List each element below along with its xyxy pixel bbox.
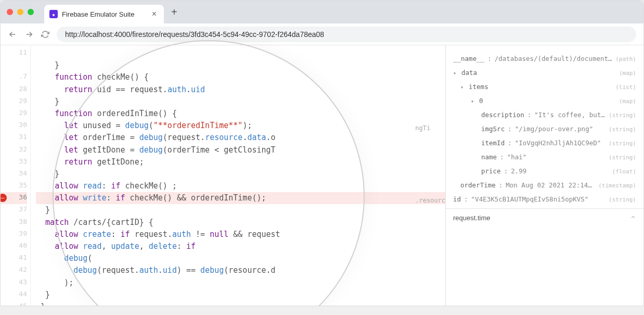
inspector-key: data — [461, 69, 477, 77]
inspector-type-label: (map) — [619, 70, 636, 77]
code-line[interactable]: ); — [36, 277, 445, 289]
inspector-footer-label: request.time — [453, 214, 491, 222]
inspector-row[interactable]: ▾data(map) — [453, 66, 636, 80]
code-overflow-hint: ngTi .resourc — [415, 123, 445, 205]
inspector-row: name: "hai"(string) — [453, 150, 636, 164]
line-number — [1, 59, 27, 71]
code-line[interactable]: allow write: if checkMe() && orderedInTi… — [36, 192, 445, 204]
line-number: 45 — [1, 301, 27, 306]
line-number: 40 — [1, 241, 27, 253]
inspector-value: Mon Aug 02 2021 22:14:46 GM… — [506, 181, 595, 189]
code-line[interactable]: let orderTime = debug(request.resource.d… — [36, 132, 445, 144]
line-number: 42 — [1, 264, 27, 276]
code-line[interactable]: let unused = debug("**orderedInTime**"); — [36, 120, 445, 132]
line-number: 41 — [1, 253, 27, 264]
line-number: 34 — [1, 168, 27, 180]
inspector-key: __name__ — [453, 55, 484, 62]
line-gutter: 11.728292930313233343536–373839404142434… — [1, 45, 31, 306]
caret-down-icon[interactable]: ▾ — [471, 98, 474, 104]
inspector-type-label: (map) — [619, 98, 636, 105]
chevron-up-icon[interactable] — [630, 214, 636, 222]
forward-icon[interactable] — [24, 30, 34, 39]
inspector-row: itemId: "IoVgqH2nhJljAh1QC9eD"(string) — [453, 136, 636, 150]
browser-toolbar: http://localhost:4000/firestore/requests… — [1, 23, 643, 45]
inspector-row[interactable]: ▾items(list) — [453, 80, 636, 94]
url-bar[interactable]: http://localhost:4000/firestore/requests… — [57, 27, 636, 42]
inspector-key: orderTime — [460, 181, 496, 189]
inspector-key: items — [469, 83, 488, 91]
window-controls — [7, 9, 34, 15]
line-number: 43 — [1, 277, 27, 289]
inspector-row: price: 2.99(float) — [453, 164, 636, 178]
code-line[interactable]: } — [36, 96, 445, 108]
inspector-value: 2.99 — [511, 167, 609, 175]
code-line[interactable]: debug( — [36, 253, 445, 264]
line-number: 31 — [1, 132, 27, 144]
inspector-row[interactable]: ▾0(map) — [453, 94, 636, 108]
code-line[interactable] — [36, 47, 445, 59]
reload-icon[interactable] — [41, 30, 49, 39]
browser-window: ⬥ Firebase Emulator Suite × + http://loc… — [0, 0, 644, 306]
code-line[interactable]: return getItDone; — [36, 156, 445, 168]
inspector-type-label: (list) — [615, 84, 636, 91]
caret-down-icon[interactable]: ▾ — [460, 84, 463, 90]
code-line[interactable]: } — [36, 168, 445, 180]
close-window-icon[interactable] — [7, 9, 13, 15]
firebase-favicon-icon: ⬥ — [49, 10, 58, 18]
inspector-value: "V4E3K5cB1AUTMpqEIvS8ni5opKVS" — [471, 195, 606, 203]
inspector-key: imgSrc — [481, 125, 505, 133]
line-number: 33 — [1, 156, 27, 168]
tab-title: Firebase Emulator Suite — [62, 10, 134, 18]
code-line[interactable]: allow read: if checkMe() ; — [36, 180, 445, 192]
line-number: 29 — [1, 108, 27, 120]
line-number: 44 — [1, 289, 27, 301]
line-number: 36– — [1, 192, 27, 204]
code-line[interactable]: function orderedInTime() { — [36, 108, 445, 120]
inspector-value: "hai" — [507, 153, 606, 161]
inspector-type-label: (path) — [615, 56, 636, 62]
minimize-window-icon[interactable] — [17, 9, 23, 15]
code-line[interactable]: } — [36, 204, 445, 216]
maximize-window-icon[interactable] — [28, 9, 34, 15]
inspector-body: __name__: /databases/(default)/documents… — [446, 45, 643, 208]
error-marker-icon[interactable]: – — [1, 194, 7, 202]
line-number: .7 — [1, 71, 27, 83]
inspector-value: "It's coffee, but fanc… — [534, 111, 606, 119]
code-line[interactable]: allow read, update, delete: if — [36, 241, 445, 253]
line-number: 39 — [1, 229, 27, 241]
inspector-type-label: (string) — [609, 112, 636, 119]
code-line[interactable]: } — [36, 301, 445, 306]
inspector-value: /databases/(default)/documents/orde… — [495, 55, 613, 62]
new-tab-button[interactable]: + — [171, 6, 177, 18]
line-number: 35 — [1, 180, 27, 192]
code-line[interactable]: } — [36, 59, 445, 71]
caret-down-icon[interactable]: ▾ — [453, 70, 456, 76]
line-number: 30 — [1, 120, 27, 132]
browser-tab[interactable]: ⬥ Firebase Emulator Suite × — [44, 5, 164, 23]
code-line[interactable]: } — [36, 289, 445, 301]
inspector-key: 0 — [479, 97, 483, 105]
inspector-key: description — [481, 111, 524, 119]
inspector-value: "IoVgqH2nhJljAh1QC9eD" — [515, 139, 606, 147]
rules-editor: 11.728292930313233343536–373839404142434… — [1, 45, 446, 306]
inspector-type-label: (timestamp) — [598, 182, 636, 189]
inspector-type-label: (string) — [609, 196, 636, 203]
code-line[interactable]: match /carts/{cartID} { — [36, 217, 445, 229]
inspector-row: orderTime: Mon Aug 02 2021 22:14:46 GM…(… — [453, 178, 636, 192]
code-line[interactable]: allow create: if request.auth != null &&… — [36, 229, 445, 241]
code-line[interactable]: let getItDone = debug(orderTime < getClo… — [36, 144, 445, 156]
tab-bar: ⬥ Firebase Emulator Suite × + — [1, 1, 643, 23]
line-number: 28 — [1, 84, 27, 96]
inspector-type-label: (string) — [609, 140, 636, 147]
code-area[interactable]: } function checkMe() { return uid == req… — [31, 45, 445, 306]
line-number: 38 — [1, 217, 27, 229]
code-line[interactable]: debug(request.auth.uid) == debug(resourc… — [36, 264, 445, 276]
url-text: http://localhost:4000/firestore/requests… — [65, 30, 324, 39]
close-tab-icon[interactable]: × — [152, 9, 157, 19]
inspector-row: description: "It's coffee, but fanc…(str… — [453, 108, 636, 122]
code-line[interactable]: function checkMe() { — [36, 71, 445, 83]
back-icon[interactable] — [8, 30, 17, 39]
code-line[interactable]: return uid == request.auth.uid — [36, 84, 445, 96]
line-number: 11 — [1, 47, 27, 59]
inspector-footer-row[interactable]: request.time — [446, 208, 643, 227]
